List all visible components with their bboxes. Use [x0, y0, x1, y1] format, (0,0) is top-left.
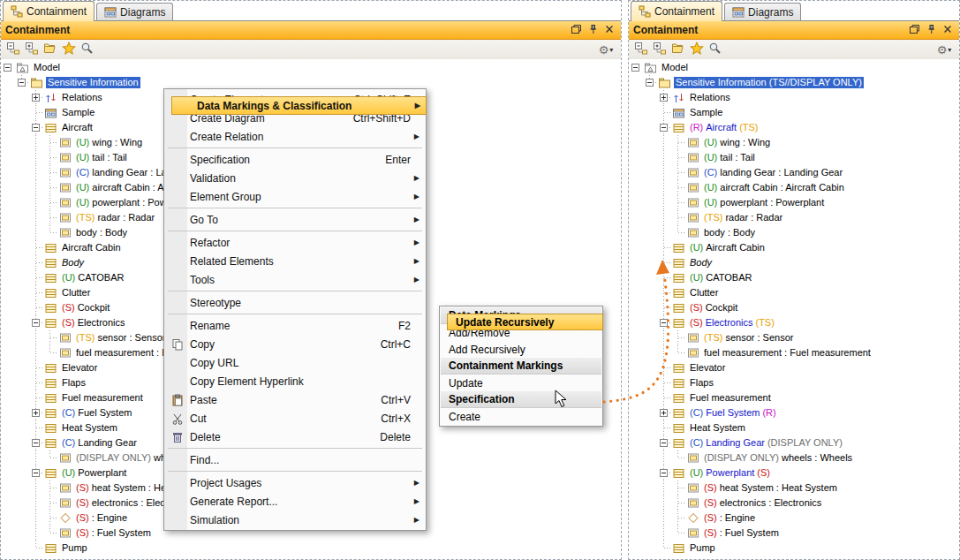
collapse-all-button[interactable]	[4, 42, 22, 59]
tree-item[interactable]: Model	[629, 60, 959, 75]
tree-item[interactable]: Sensitive Information (TS//DISPLAY ONLY)	[629, 75, 959, 90]
tree-item[interactable]: (U)Powerplant(S)	[629, 465, 959, 481]
tree-item[interactable]: Pump	[629, 541, 959, 556]
open-folder-button[interactable]	[41, 42, 59, 59]
tree-item[interactable]: (S)heat System : Heat System	[629, 481, 959, 496]
menu-item-refactor[interactable]: Refactor▶	[165, 233, 425, 252]
float-button[interactable]	[569, 24, 583, 37]
submenu-item-update-recursively[interactable]: Update Recursively	[447, 314, 603, 330]
tab-diagrams[interactable]: Diagrams	[96, 3, 173, 20]
tree-item[interactable]: Model	[1, 60, 621, 75]
class-icon	[671, 301, 686, 314]
tree-item[interactable]: Fuel measurement	[629, 390, 959, 405]
menu-item-cut[interactable]: CutCtrl+X	[165, 409, 425, 428]
menu-item-rename[interactable]: RenameF2	[165, 316, 425, 335]
tree-item[interactable]: (C)Fuel System(R)	[629, 405, 959, 420]
menu-item-copy[interactable]: CopyCtrl+C	[165, 335, 425, 353]
tree-item[interactable]: (U)powerplant : Powerplant	[629, 195, 959, 210]
favorites-button[interactable]	[59, 42, 78, 59]
tab-containment[interactable]: Containment	[631, 1, 722, 21]
search-button[interactable]	[706, 42, 724, 59]
tree-item[interactable]: (DISPLAY ONLY)wheels : Wheels	[629, 450, 959, 465]
tree-item[interactable]: (S)Electronics(TS)	[629, 315, 959, 330]
menu-item-go-to[interactable]: Go To▶	[165, 210, 425, 229]
collapse-handle[interactable]	[32, 319, 40, 327]
collapse-handle[interactable]	[660, 439, 668, 447]
pin-button[interactable]	[586, 24, 600, 37]
tree-item[interactable]: (U)aircraft Cabin : Aircraft Cabin	[629, 180, 959, 195]
open-folder-button[interactable]	[669, 42, 687, 59]
menu-item-stereotype[interactable]: Stereotype	[165, 293, 425, 312]
tree-item[interactable]: (U)wing : Wing	[629, 135, 959, 150]
pin-button[interactable]	[924, 24, 938, 37]
menu-item-paste[interactable]: PasteCtrl+V	[165, 390, 425, 409]
settings-button[interactable]: ⚙▾	[932, 42, 956, 59]
menu-item-related-elements[interactable]: Related Elements▶	[165, 252, 425, 270]
tree-item[interactable]: (C)landing Gear : Landing Gear	[629, 165, 959, 180]
menu-item-element-group[interactable]: Element Group▶	[165, 187, 425, 206]
collapse-handle[interactable]	[4, 64, 11, 72]
menu-item-tools[interactable]: Tools▶	[165, 270, 425, 289]
tree-item[interactable]: (TS)radar : Radar	[629, 210, 959, 225]
tree-item[interactable]: (TS)sensor : Sensor	[629, 330, 959, 345]
menu-item-create-relation[interactable]: Create Relation▶	[165, 127, 425, 146]
submenu-item-update[interactable]: Update	[441, 375, 601, 391]
expand-handle[interactable]	[32, 94, 40, 102]
search-button[interactable]	[78, 42, 96, 59]
close-button[interactable]	[941, 24, 955, 37]
expand-all-button[interactable]	[650, 42, 669, 59]
tree-item[interactable]: body : Body	[629, 225, 959, 240]
collapse-handle[interactable]	[631, 64, 639, 72]
menu-item-simulation[interactable]: Simulation▶	[165, 511, 425, 529]
menu-item-copy-url[interactable]: Copy URL	[165, 353, 425, 372]
tree-item[interactable]: (U)CATOBAR	[629, 270, 959, 285]
collapse-handle[interactable]	[660, 319, 668, 327]
menu-item-project-usages[interactable]: Project Usages▶	[165, 473, 425, 492]
tree-item[interactable]: Sample	[629, 105, 959, 120]
tree-item[interactable]: Heat System	[629, 420, 959, 435]
collapse-handle[interactable]	[18, 79, 26, 87]
tree-item[interactable]: (S): Engine	[629, 511, 959, 526]
expand-all-button[interactable]	[22, 42, 41, 59]
tree-item[interactable]: fuel measurement : Fuel measurement	[629, 345, 959, 360]
tree-item[interactable]: Clutter	[629, 285, 959, 300]
close-button[interactable]	[602, 24, 616, 37]
expand-handle[interactable]	[32, 409, 40, 417]
submenu-item-add-recursively[interactable]: Add Recursively	[441, 341, 601, 358]
submenu-item-create[interactable]: Create	[441, 408, 601, 425]
tree-item[interactable]: Relations	[629, 90, 959, 105]
tab-diagrams[interactable]: Diagrams	[724, 3, 801, 20]
menu-item-data-markings-classification[interactable]: Data Markings & Classification▶	[171, 96, 427, 115]
expand-handle[interactable]	[660, 94, 668, 102]
menu-item-find[interactable]: Find...	[165, 450, 425, 469]
menu-item-specification[interactable]: SpecificationEnter	[165, 150, 425, 169]
collapse-handle[interactable]	[646, 79, 654, 87]
tree-item[interactable]: (U)tail : Tail	[629, 150, 959, 165]
tree-item[interactable]: (C)Landing Gear(DISPLAY ONLY)	[629, 435, 959, 450]
tree-item[interactable]: (R)Aircraft(TS)	[629, 120, 959, 135]
tree-item[interactable]: Pump	[1, 541, 621, 556]
collapse-all-button[interactable]	[631, 42, 650, 59]
collapse-handle[interactable]	[660, 469, 668, 477]
collapse-handle[interactable]	[660, 124, 668, 132]
collapse-handle[interactable]	[32, 469, 40, 477]
collapse-handle[interactable]	[32, 124, 40, 132]
menu-item-copy-element-hyperlink[interactable]: Copy Element Hyperlink	[165, 372, 425, 390]
tree-item[interactable]: Flaps	[629, 375, 959, 390]
menu-item-validation[interactable]: Validation▶	[165, 169, 425, 187]
menu-item-generate-report[interactable]: Generate Report...▶	[165, 492, 425, 511]
favorites-button[interactable]	[687, 42, 706, 59]
tree-item[interactable]: Body	[629, 255, 959, 270]
float-button[interactable]	[907, 24, 921, 37]
tree-item[interactable]: (S)Cockpit	[629, 300, 959, 315]
menu-item-delete[interactable]: DeleteDelete	[165, 428, 425, 446]
part-icon	[57, 196, 72, 209]
tree-item[interactable]: (S)electronics : Electronics	[629, 496, 959, 511]
settings-button[interactable]: ⚙▾	[593, 42, 618, 59]
tree-item[interactable]: (U)Aircraft Cabin	[629, 240, 959, 255]
collapse-handle[interactable]	[32, 439, 40, 447]
tree-item[interactable]: Elevator	[629, 360, 959, 375]
expand-handle[interactable]	[660, 409, 668, 417]
tree-item[interactable]: (S): Fuel System	[629, 526, 959, 541]
tab-containment[interactable]: Containment	[3, 1, 94, 21]
